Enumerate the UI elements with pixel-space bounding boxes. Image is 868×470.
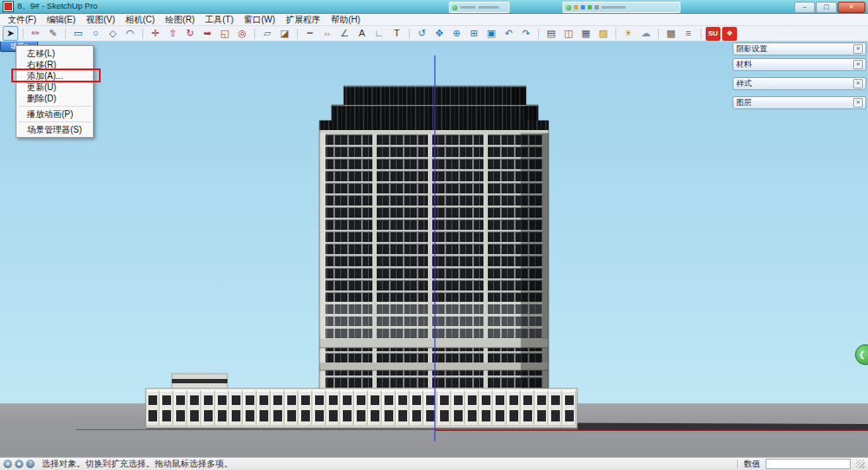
context-menu-item-move-left[interactable]: 左移(L) bbox=[16, 48, 93, 59]
offset-icon[interactable]: ◎ bbox=[234, 26, 250, 41]
polygon-icon[interactable]: ◇ bbox=[105, 26, 121, 41]
credits-icon[interactable]: ☻ bbox=[15, 460, 23, 468]
notification-dot-icon bbox=[452, 5, 457, 10]
app-icon bbox=[3, 2, 13, 11]
window-title: 8、9# - SketchUp Pro bbox=[17, 1, 97, 12]
arc-icon[interactable]: ◠ bbox=[122, 26, 138, 41]
panel-shadow-settings[interactable]: 阴影设置✕ bbox=[733, 42, 866, 55]
rectangle-icon[interactable]: ▭ bbox=[70, 26, 86, 41]
context-menu-item-move-right[interactable]: 右移(R) bbox=[16, 59, 93, 70]
3d-text-icon[interactable]: T bbox=[389, 26, 404, 41]
circle-icon[interactable]: ○ bbox=[88, 26, 103, 41]
sketchup-window: 8、9# - SketchUp Pro – ▢ ✕ 文件(F)编辑(E)视图(V… bbox=[0, 0, 868, 470]
next-view-icon[interactable]: ↷ bbox=[518, 26, 534, 41]
geolocation-icon[interactable]: ⊕ bbox=[3, 460, 12, 468]
overlay-text-bar bbox=[460, 6, 476, 9]
axes-icon[interactable]: ∟ bbox=[372, 26, 387, 41]
toolbar-separator bbox=[615, 29, 616, 39]
toolbar-separator bbox=[297, 29, 298, 39]
pan-icon[interactable]: ✥ bbox=[431, 26, 447, 41]
status-message: 选择对象。切换到扩充选择。拖动鼠标选择多项。 bbox=[42, 458, 233, 470]
overlay-text-bar bbox=[602, 6, 626, 9]
maximize-button[interactable]: ▢ bbox=[816, 2, 837, 13]
resize-grip[interactable] bbox=[856, 460, 865, 468]
styles-icon[interactable]: ▩ bbox=[663, 26, 679, 41]
help-icon[interactable]: ? bbox=[26, 460, 35, 468]
status-bar: ⊕☻? 选择对象。切换到扩充选择。拖动鼠标选择多项。 数值 bbox=[0, 457, 868, 470]
overlay-text-bar bbox=[478, 6, 499, 9]
zoom-window-icon[interactable]: ⊞ bbox=[466, 26, 482, 41]
panel-materials[interactable]: 材料✕ bbox=[733, 58, 866, 71]
paint-bucket-icon[interactable]: ◪ bbox=[277, 26, 293, 41]
context-menu-item-add[interactable]: 添加(A)... bbox=[16, 70, 93, 82]
menu-item-file[interactable]: 文件(F) bbox=[3, 14, 42, 25]
fog-icon[interactable]: ☁ bbox=[638, 26, 654, 41]
section-plane-icon[interactable]: ▨ bbox=[595, 26, 611, 41]
overlay-mini-icon bbox=[574, 5, 578, 10]
menu-item-window[interactable]: 窗口(W) bbox=[239, 14, 280, 25]
toolbar-separator bbox=[23, 29, 23, 39]
push-pull-icon[interactable]: ⇧ bbox=[165, 26, 181, 41]
select-icon[interactable]: ➤ bbox=[3, 26, 18, 41]
toolbar-separator bbox=[65, 29, 66, 39]
line-icon[interactable]: ✏ bbox=[28, 26, 43, 41]
protractor-icon[interactable]: ∠ bbox=[337, 26, 352, 41]
context-menu-item-scene-manager[interactable]: 场景管理器(S) bbox=[16, 124, 93, 135]
top-view-icon[interactable]: ▦ bbox=[578, 26, 594, 41]
toolbar: ➤✏✎▭○◇◠✛⇧↻➥◱◎▱◪┅⇔∠A∟T↺✥⊕⊞▣↶↷▤◫▦▨☀☁▩≡SU❖ bbox=[0, 26, 868, 42]
panel-styles[interactable]: 样式✕ bbox=[733, 77, 866, 90]
move-icon[interactable]: ✛ bbox=[148, 26, 163, 41]
status-divider bbox=[737, 460, 738, 468]
shadows-icon[interactable]: ☀ bbox=[621, 26, 636, 41]
eraser-icon[interactable]: ▱ bbox=[260, 26, 275, 41]
scale-icon[interactable]: ◱ bbox=[217, 26, 233, 41]
menu-item-tools[interactable]: 工具(T) bbox=[200, 14, 239, 25]
menu-item-help[interactable]: 帮助(H) bbox=[326, 14, 365, 25]
layers-icon[interactable]: ≡ bbox=[681, 26, 696, 41]
panel-close-icon[interactable]: ✕ bbox=[853, 79, 863, 88]
context-menu-item-delete[interactable]: 删除(D) bbox=[16, 93, 93, 104]
suapp-2-icon[interactable]: ❖ bbox=[722, 27, 737, 41]
context-menu-item-update[interactable]: 更新(U) bbox=[16, 82, 93, 93]
tape-measure-icon[interactable]: ┅ bbox=[302, 26, 318, 41]
titlebar-overlay-chip-2[interactable] bbox=[562, 2, 681, 13]
right-panel-tray: 阴影设置✕材料✕样式✕图层✕ bbox=[733, 42, 866, 109]
zoom-icon[interactable]: ⊕ bbox=[449, 26, 464, 41]
dimensions-icon[interactable]: ⇔ bbox=[319, 26, 335, 41]
notification-dot-icon bbox=[566, 5, 571, 10]
minimize-button[interactable]: – bbox=[794, 2, 815, 13]
menu-item-draw[interactable]: 绘图(R) bbox=[160, 14, 200, 25]
menu-item-edit[interactable]: 编辑(E) bbox=[42, 14, 81, 25]
panel-close-icon[interactable]: ✕ bbox=[853, 98, 863, 108]
orbit-icon[interactable]: ↺ bbox=[414, 26, 430, 41]
panel-close-icon[interactable]: ✕ bbox=[853, 60, 863, 69]
follow-me-icon[interactable]: ➥ bbox=[200, 26, 215, 41]
panel-title-layers: 图层 bbox=[736, 97, 853, 108]
panel-title-shadow-settings: 阴影设置 bbox=[736, 43, 853, 55]
menu-bar: 文件(F)编辑(E)视图(V)相机(C)绘图(R)工具(T)窗口(W)扩展程序帮… bbox=[0, 14, 868, 26]
menu-item-view[interactable]: 视图(V) bbox=[81, 14, 120, 25]
iso-view-icon[interactable]: ◫ bbox=[561, 26, 576, 41]
menu-item-camera[interactable]: 相机(C) bbox=[120, 14, 160, 25]
panel-layers[interactable]: 图层✕ bbox=[733, 96, 866, 109]
panel-title-materials: 材料 bbox=[736, 59, 853, 70]
freehand-icon[interactable]: ✎ bbox=[45, 26, 61, 41]
toolbar-separator bbox=[700, 29, 701, 39]
panel-close-icon[interactable]: ✕ bbox=[853, 44, 863, 54]
rotate-icon[interactable]: ↻ bbox=[182, 26, 198, 41]
close-button[interactable]: ✕ bbox=[838, 2, 865, 13]
suapp-1-icon[interactable]: SU bbox=[706, 27, 720, 41]
context-menu-item-play-animation[interactable]: 播放动画(P) bbox=[16, 108, 93, 120]
zoom-extents-icon[interactable]: ▣ bbox=[483, 26, 499, 41]
text-icon[interactable]: A bbox=[354, 26, 370, 41]
building-tower[interactable] bbox=[319, 86, 549, 397]
context-menu-separator bbox=[18, 106, 91, 107]
measurement-input[interactable] bbox=[766, 459, 851, 469]
panel-title-styles: 样式 bbox=[736, 78, 853, 89]
menu-item-extensions[interactable]: 扩展程序 bbox=[280, 14, 326, 25]
titlebar-overlay-chip-1[interactable] bbox=[449, 2, 510, 13]
viewport-area: 场景1 左移(L)右移(R)添加(A)...更新(U)删除(D)播放动画(P)场… bbox=[0, 42, 868, 457]
overlay-mini-icon bbox=[588, 5, 592, 10]
previous-view-icon[interactable]: ↶ bbox=[501, 26, 516, 41]
front-view-icon[interactable]: ▤ bbox=[543, 26, 559, 41]
